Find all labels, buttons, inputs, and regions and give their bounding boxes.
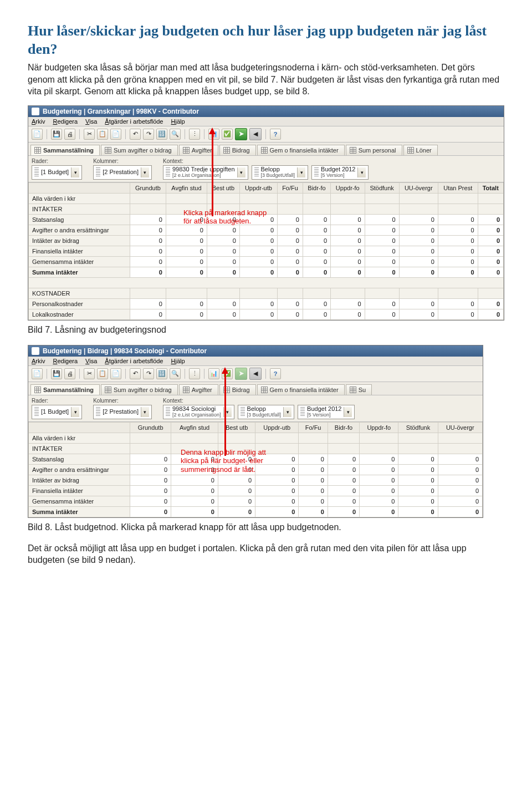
cell: 0 (438, 475, 482, 485)
grid-icon (183, 147, 190, 154)
toolbar-btn[interactable]: 🔍 (170, 368, 181, 379)
tab[interactable]: Sammanställning (30, 384, 100, 395)
column-header: Bidr-fo (328, 422, 359, 433)
rader-label: Rader: (32, 398, 82, 404)
menu-item[interactable]: Arkiv (32, 358, 45, 364)
tab[interactable]: Gem o finansiella intäkter (257, 145, 345, 155)
cell: 0 (438, 454, 482, 464)
rader-selector[interactable]: [1 Budget]▾ (32, 165, 82, 180)
cell: 0 (331, 235, 365, 246)
cell: 0 (438, 246, 478, 256)
toolbar-btn[interactable]: 🔍 (170, 129, 181, 140)
grid-icon (261, 147, 268, 154)
cell: 0 (398, 506, 438, 517)
cell: 0 (207, 225, 239, 235)
row-header: Alla värden i kkr (29, 433, 130, 443)
print-icon[interactable]: 🖨 (64, 129, 75, 140)
cell: 0 (171, 475, 218, 485)
save-icon[interactable]: 💾 (51, 129, 62, 140)
menu-item[interactable]: Åtgärder i arbetsflöde (105, 118, 163, 125)
cell: 0 (207, 256, 239, 267)
print-icon[interactable]: 🖨 (64, 368, 75, 379)
kontext-selector[interactable]: 99834 Sociologi[2 e.List Organisation]▾ (163, 405, 234, 419)
cell: 0 (218, 485, 255, 496)
kolumner-selector[interactable]: [2 Prestation]▾ (93, 405, 152, 419)
toolbar-btn[interactable]: 🔢 (156, 129, 167, 140)
cell: 0 (303, 225, 330, 235)
menu-item[interactable]: Hjälp (171, 118, 185, 125)
toolbar-btn[interactable]: ⋮ (189, 368, 200, 379)
tab[interactable]: Löner (403, 145, 438, 155)
cell: 0 (328, 506, 359, 517)
toolbar-btn[interactable]: 📊 (208, 129, 219, 140)
redo-icon[interactable]: ↷ (143, 129, 154, 140)
cell: 0 (438, 225, 478, 235)
help-icon[interactable]: ? (270, 129, 281, 140)
menu-item[interactable]: Arkiv (32, 118, 45, 125)
window-titlebar: Budgetering | Bidrag | 99834 Sociologi -… (28, 345, 483, 357)
check-icon[interactable]: ✅ (222, 368, 233, 379)
tab[interactable]: Gem o finansiella intäkter (257, 384, 345, 395)
cell: 0 (239, 298, 277, 309)
toolbar-btn[interactable]: 📄 (32, 129, 43, 140)
toolbar-btn[interactable]: 📊 (208, 368, 219, 379)
tab[interactable]: Bidrag (219, 145, 256, 155)
menu-item[interactable]: Åtgärder i arbetsflöde (105, 358, 163, 364)
tab[interactable]: Sum personal (346, 145, 402, 155)
cell: 0 (399, 214, 438, 225)
cell: 0 (398, 485, 438, 496)
save-icon[interactable]: 💾 (51, 368, 62, 379)
undo-icon[interactable]: ↶ (130, 368, 141, 379)
cell: 0 (218, 475, 255, 485)
menu-item[interactable]: Visa (85, 358, 97, 364)
cell: 0 (438, 256, 478, 267)
column-header: Bidr-fo (303, 182, 330, 193)
cell: 0 (255, 506, 299, 517)
tab[interactable]: Sum avgifter o bidrag (101, 145, 178, 155)
belopp-selector[interactable]: Belopp[3 BudgetUtfall] ▾ (252, 165, 309, 180)
tab[interactable]: Sum avgifter o bidrag (101, 384, 178, 395)
unlock-budget-button[interactable]: ◀ (249, 128, 262, 140)
rader-selector[interactable]: [1 Budget]▾ (32, 405, 82, 419)
menu-item[interactable]: Redigera (53, 118, 78, 125)
kolumner-selector[interactable]: [2 Prestation]▾ (93, 165, 152, 180)
kontext-selector[interactable]: 99830 Tredje uppgiften[2 e.List Organisa… (163, 165, 248, 180)
outro-paragraph: Det är också möjligt att låsa upp en bud… (28, 542, 504, 566)
paste-icon[interactable]: 📄 (110, 129, 121, 140)
menu-item[interactable]: Hjälp (171, 358, 185, 364)
undo-icon[interactable]: ↶ (130, 129, 141, 140)
toolbar-btn[interactable]: 📄 (32, 368, 43, 379)
column-header: Avgfin stud (166, 182, 207, 193)
lock-budget-button[interactable]: ➤ (235, 128, 247, 140)
menu-item[interactable]: Redigera (53, 358, 78, 364)
cell: 0 (399, 225, 438, 235)
toolbar-btn[interactable]: ⋮ (189, 129, 200, 140)
paste-icon[interactable]: 📄 (110, 368, 121, 379)
tab[interactable]: Su (346, 384, 372, 395)
copy-icon[interactable]: 📋 (97, 129, 108, 140)
cell: 0 (278, 246, 303, 256)
cell: 0 (303, 235, 330, 246)
redo-icon[interactable]: ↷ (143, 368, 154, 379)
tab[interactable]: Sammanställning (30, 145, 100, 155)
cell: 0 (166, 309, 207, 319)
tab[interactable]: Bidrag (219, 384, 256, 395)
kolumner-label: Kolumner: (93, 398, 152, 404)
tab[interactable]: Avgifter (179, 384, 218, 395)
unlock-budget-button[interactable]: ◀ (249, 368, 262, 380)
check-icon[interactable]: ✅ (222, 129, 233, 140)
help-icon[interactable]: ? (270, 368, 281, 379)
row-header: Personalkostnader (29, 298, 130, 309)
column-header: Grundutb (130, 422, 171, 433)
belopp-selector[interactable]: Belopp[3 BudgetUtfall]▾ (238, 405, 295, 419)
cut-icon[interactable]: ✂ (84, 129, 95, 140)
toolbar-btn[interactable]: 🔢 (156, 368, 167, 379)
version-selector[interactable]: Budget 2012[5 Version] ▾ (311, 165, 369, 180)
copy-icon[interactable]: 📋 (97, 368, 108, 379)
data-grid: GrundutbAvgfin studBest utbUppdr-utbFo/F… (28, 182, 504, 320)
cut-icon[interactable]: ✂ (84, 368, 95, 379)
tab[interactable]: Avgifter (179, 145, 218, 155)
version-selector[interactable]: Budget 2012[5 Version]▾ (298, 405, 355, 419)
column-header: Grundutb (130, 182, 166, 193)
menu-item[interactable]: Visa (85, 118, 97, 125)
